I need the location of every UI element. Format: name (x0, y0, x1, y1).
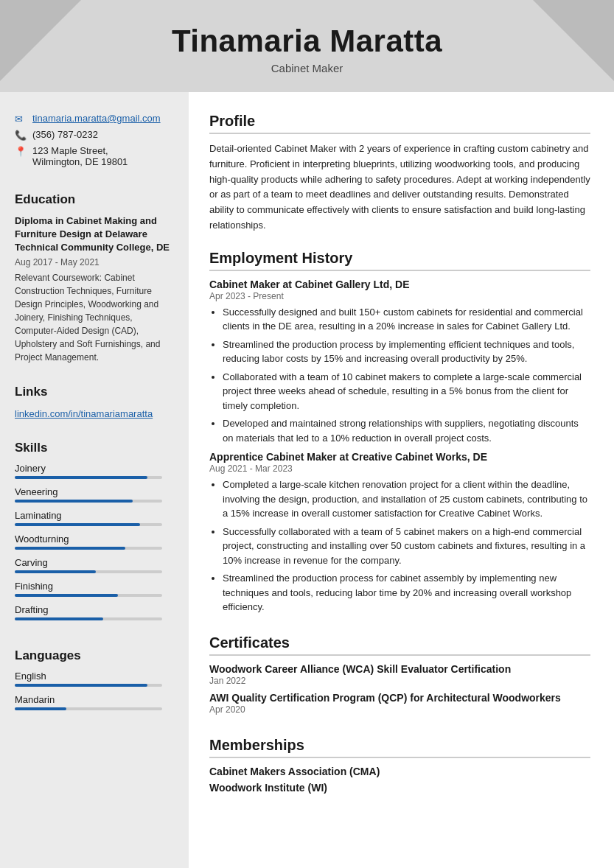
jobs-list: Cabinet Maker at Cabinet Gallery Ltd, DE… (209, 279, 590, 615)
languages-title: Languages (15, 648, 174, 663)
skill-bar-bg (15, 570, 162, 573)
skill-bar-bg (15, 594, 162, 597)
skills-section: Skills Joinery Veneering Laminating Wood… (15, 438, 174, 628)
skill-item: Drafting (15, 604, 174, 620)
bullet-item: Streamlined the production process for c… (223, 571, 590, 615)
language-item: Mandarin (15, 694, 174, 710)
skill-bar-fill (15, 594, 118, 597)
language-bar-fill (15, 707, 66, 710)
main-content: Profile Detail-oriented Cabinet Maker wi… (189, 92, 614, 868)
skill-label: Laminating (15, 510, 174, 521)
profile-section: Profile Detail-oriented Cabinet Maker wi… (209, 113, 590, 234)
skill-item: Laminating (15, 510, 174, 526)
email-link[interactable]: tinamaria.maratta@gmail.com (32, 113, 161, 124)
skill-label: Woodturning (15, 533, 174, 545)
certificates-section: Certificates Woodwork Career Alliance (W… (209, 634, 590, 721)
skill-bar-fill (15, 570, 96, 573)
skill-label: Joinery (15, 463, 174, 474)
bullet-item: Streamlined the production process by im… (223, 337, 590, 366)
skills-title: Skills (15, 441, 174, 455)
skill-label: Drafting (15, 604, 174, 615)
language-bar-bg (15, 684, 162, 687)
skill-label: Finishing (15, 581, 174, 592)
memberships-section: Memberships Cabinet Makers Association (… (209, 737, 590, 798)
bullet-item: Successfully collaborated with a team of… (223, 525, 590, 568)
job-date: Aug 2021 - Mar 2023 (209, 463, 590, 474)
resume: Tinamaria Maratta Cabinet Maker ✉ tinama… (0, 0, 614, 868)
header-name: Tinamaria Maratta (15, 24, 599, 59)
contact-address: 📍 123 Maple Street, Wilmington, DE 19801 (15, 145, 174, 167)
skill-bar-bg (15, 500, 162, 503)
contact-phone: 📞 (356) 787-0232 (15, 129, 174, 141)
language-label: English (15, 671, 174, 682)
contact-email: ✉ tinamaria.maratta@gmail.com (15, 113, 174, 125)
language-label: Mandarin (15, 694, 174, 705)
certs-list: Woodwork Career Alliance (WCA) Skill Eva… (209, 663, 590, 715)
employment-title: Employment History (209, 250, 590, 271)
skill-bar-bg (15, 617, 162, 620)
body: ✉ tinamaria.maratta@gmail.com 📞 (356) 78… (0, 92, 614, 868)
links-section: Links linkedin.com/in/tinamariamaratta (15, 382, 174, 420)
cert-entry: Woodwork Career Alliance (WCA) Skill Eva… (209, 663, 590, 686)
skills-list: Joinery Veneering Laminating Woodturning… (15, 463, 174, 620)
bullet-item: Collaborated with a team of 10 cabinet m… (223, 370, 590, 413)
sidebar: ✉ tinamaria.maratta@gmail.com 📞 (356) 78… (0, 92, 189, 868)
job-title: Cabinet Maker at Cabinet Gallery Ltd, DE (209, 279, 590, 290)
skill-label: Carving (15, 557, 174, 568)
header-title: Cabinet Maker (15, 62, 599, 74)
job-bullets: Successfully designed and built 150+ cus… (209, 305, 590, 446)
certificates-title: Certificates (209, 634, 590, 656)
education-coursework: Relevant Coursework: Cabinet Constructio… (15, 271, 174, 364)
skill-item: Woodturning (15, 533, 174, 550)
header: Tinamaria Maratta Cabinet Maker (0, 0, 614, 92)
language-bar-fill (15, 684, 147, 687)
membership-item: Cabinet Makers Association (CMA) (209, 766, 590, 777)
job-entry: Cabinet Maker at Cabinet Gallery Ltd, DE… (209, 279, 590, 446)
employment-section: Employment History Cabinet Maker at Cabi… (209, 250, 590, 618)
linkedin-link[interactable]: linkedin.com/in/tinamariamaratta (15, 408, 153, 419)
language-bar-bg (15, 707, 162, 710)
cert-date: Jan 2022 (209, 676, 590, 686)
contact-section: ✉ tinamaria.maratta@gmail.com 📞 (356) 78… (15, 113, 174, 172)
profile-title: Profile (209, 113, 590, 134)
skill-bar-fill (15, 547, 125, 550)
location-icon: 📍 (15, 146, 27, 157)
profile-text: Detail-oriented Cabinet Maker with 2 yea… (209, 141, 590, 234)
email-icon: ✉ (15, 113, 27, 125)
languages-list: English Mandarin (15, 671, 174, 710)
skill-bar-fill (15, 523, 140, 526)
skill-bar-fill (15, 500, 133, 503)
memberships-title: Memberships (209, 737, 590, 758)
cert-entry: AWI Quality Certification Program (QCP) … (209, 692, 590, 715)
bullet-item: Successfully designed and built 150+ cus… (223, 305, 590, 334)
education-section: Education Diploma in Cabinet Making and … (15, 189, 174, 364)
education-title: Education (15, 192, 174, 207)
education-degree: Diploma in Cabinet Making and Furniture … (15, 214, 174, 255)
cert-title: AWI Quality Certification Program (QCP) … (209, 692, 590, 704)
job-title: Apprentice Cabinet Maker at Creative Cab… (209, 451, 590, 463)
skill-bar-bg (15, 547, 162, 550)
skill-item: Carving (15, 557, 174, 573)
job-entry: Apprentice Cabinet Maker at Creative Cab… (209, 451, 590, 615)
skill-bar-fill (15, 617, 103, 620)
skill-bar-fill (15, 476, 147, 479)
skill-bar-bg (15, 523, 162, 526)
cert-date: Apr 2020 (209, 704, 590, 715)
job-bullets: Completed a large-scale kitchen renovati… (209, 477, 590, 615)
cert-title: Woodwork Career Alliance (WCA) Skill Eva… (209, 663, 590, 675)
membership-item: Woodwork Institute (WI) (209, 782, 590, 794)
skill-item: Veneering (15, 486, 174, 503)
bullet-item: Developed and maintained strong relation… (223, 416, 590, 445)
languages-section: Languages English Mandarin (15, 645, 174, 718)
address-text: 123 Maple Street, Wilmington, DE 19801 (32, 145, 128, 167)
bullet-item: Completed a large-scale kitchen renovati… (223, 477, 590, 521)
job-date: Apr 2023 - Present (209, 291, 590, 301)
skill-bar-bg (15, 476, 162, 479)
links-title: Links (15, 385, 174, 399)
phone-number: (356) 787-0232 (32, 129, 98, 140)
memberships-list: Cabinet Makers Association (CMA)Woodwork… (209, 766, 590, 794)
skill-item: Finishing (15, 581, 174, 597)
language-item: English (15, 671, 174, 687)
skill-label: Veneering (15, 486, 174, 497)
skill-item: Joinery (15, 463, 174, 479)
